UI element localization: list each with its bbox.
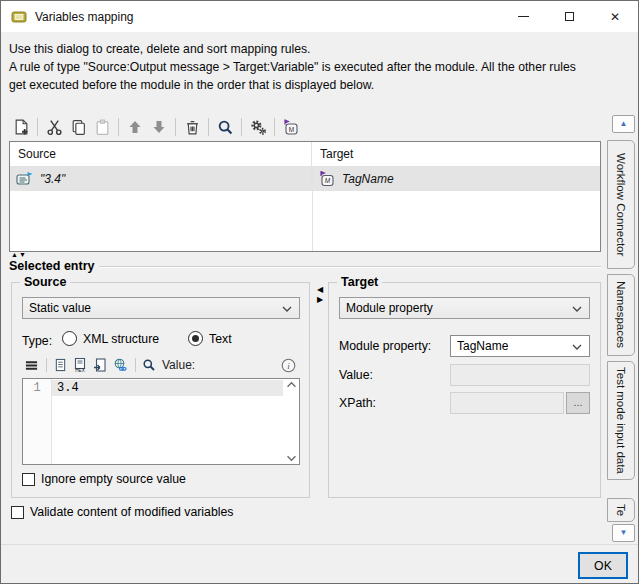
footer-divider: [1, 544, 639, 545]
dialog-description: Use this dialog to create, delete and so…: [1, 32, 638, 113]
splitter-right-icon: ▶: [317, 295, 323, 304]
minimize-button[interactable]: [500, 1, 546, 32]
paste-button[interactable]: [90, 115, 114, 139]
move-up-icon: [127, 119, 143, 135]
maximize-button[interactable]: [546, 1, 592, 32]
editor-scrollbar[interactable]: [283, 379, 299, 464]
editor-line-text: 3.4: [52, 380, 283, 396]
move-down-button[interactable]: [147, 115, 171, 139]
tab-workflow-connector[interactable]: Workflow Connector: [607, 140, 635, 269]
toolbar-separator: [135, 358, 136, 372]
column-header-source[interactable]: Source: [10, 142, 312, 166]
info-button[interactable]: i: [279, 356, 297, 374]
scroll-down-icon[interactable]: [286, 455, 297, 462]
rail-up-icon: ▲: [620, 120, 628, 128]
vertical-splitter[interactable]: ◀▶: [314, 285, 326, 304]
module-mapping-button[interactable]: M: [279, 115, 303, 139]
rail-down-icon: ▼: [620, 529, 628, 537]
type-label: Type:: [22, 334, 52, 348]
search-value-button[interactable]: [140, 356, 158, 374]
module-property-label: Module property:: [339, 339, 431, 353]
description-line-1: Use this dialog to create, delete and so…: [9, 40, 630, 58]
new-rule-icon: [13, 119, 30, 136]
toolbar-separator: [274, 118, 275, 136]
radio-text[interactable]: Text: [188, 331, 232, 346]
splitter-left-icon: ◀: [317, 285, 323, 294]
toolbar-separator: [46, 358, 47, 372]
mapping-rules-table[interactable]: Source Target "3.4" M TagName: [9, 141, 601, 252]
module-property-value: TagName: [457, 339, 508, 353]
radio-xml-icon: [62, 331, 77, 346]
source-group: Source Static value Type: XML structure …: [11, 282, 310, 498]
info-icon: i: [281, 358, 296, 373]
description-line-2: A rule of type "Source:Output message > …: [9, 58, 630, 76]
editor-content[interactable]: 3.4: [52, 379, 283, 464]
selected-entry-heading: Selected entry: [9, 259, 99, 273]
copy-icon: [70, 119, 87, 136]
search-icon: [142, 358, 156, 372]
checkbox-icon: [11, 506, 24, 519]
maximize-icon: [565, 12, 574, 21]
horizontal-splitter[interactable]: ▲▼: [11, 251, 27, 259]
module-letter: M: [289, 125, 294, 132]
table-row[interactable]: "3.4" M TagName: [10, 167, 600, 191]
chevron-down-icon: [572, 344, 582, 350]
copy-button[interactable]: [66, 115, 90, 139]
target-group: Target Module property Module property: …: [328, 282, 601, 498]
text-view-button[interactable]: [51, 356, 69, 374]
menu-button[interactable]: [22, 356, 40, 374]
row-target-cell: M TagName: [312, 167, 600, 191]
module-letter: M: [325, 177, 331, 184]
target-group-label: Target: [337, 275, 382, 289]
tab-test-mode-input-data[interactable]: Test mode input data: [607, 361, 635, 480]
splitter-up-icon: ▲: [11, 251, 19, 258]
radio-xml-structure[interactable]: XML structure: [62, 331, 159, 346]
minimize-icon: [518, 16, 529, 17]
value-editor-toolbar: HEX Value: i: [22, 355, 299, 375]
move-up-button[interactable]: [123, 115, 147, 139]
tab-clipped[interactable]: Te: [607, 498, 635, 522]
tab-namespaces[interactable]: Namespaces: [607, 274, 635, 356]
document-arrow-icon: [93, 358, 107, 372]
delete-button[interactable]: [180, 115, 204, 139]
encoding-button[interactable]: [111, 356, 129, 374]
validate-content-label: Validate content of modified variables: [30, 505, 233, 519]
close-button[interactable]: ✕: [592, 1, 638, 32]
tabs-scroll-up-button[interactable]: ▲: [612, 115, 635, 133]
settings-gears-icon: [250, 119, 267, 136]
hex-view-button[interactable]: HEX: [71, 356, 89, 374]
chevron-down-icon: [572, 306, 582, 312]
cut-button[interactable]: [42, 115, 66, 139]
module-flag-icon: M: [282, 119, 300, 136]
settings-button[interactable]: [246, 115, 270, 139]
globe-link-icon: [113, 358, 127, 372]
delete-icon: [184, 119, 201, 136]
radio-xml-label: XML structure: [83, 332, 159, 346]
tabs-scroll-down-button[interactable]: ▼: [612, 524, 635, 542]
toolbar-separator: [37, 118, 38, 136]
search-button[interactable]: [213, 115, 237, 139]
import-button[interactable]: [91, 356, 109, 374]
row-source-cell: "3.4": [10, 167, 312, 191]
source-kind-dropdown[interactable]: Static value: [22, 297, 300, 319]
document-icon: [54, 358, 67, 372]
source-kind-value: Static value: [29, 301, 91, 315]
toolbar-separator: [118, 118, 119, 136]
ok-button[interactable]: OK: [578, 552, 628, 579]
toolbar-separator: [208, 118, 209, 136]
search-icon: [217, 119, 234, 136]
value-field-label: Value:: [339, 368, 373, 382]
value-editor[interactable]: 1 3.4: [22, 378, 300, 465]
xpath-browse-button[interactable]: ...: [566, 392, 590, 414]
validate-content-checkbox[interactable]: Validate content of modified variables: [11, 505, 233, 519]
ignore-empty-checkbox[interactable]: Ignore empty source value: [22, 472, 186, 486]
target-kind-dropdown[interactable]: Module property: [339, 297, 590, 319]
variables-mapping-dialog: Variables mapping ✕ Use this dialog to c…: [0, 0, 639, 584]
column-header-target[interactable]: Target: [312, 142, 600, 166]
move-down-icon: [151, 119, 167, 135]
module-property-dropdown[interactable]: TagName: [450, 335, 590, 357]
toolbar-separator: [241, 118, 242, 136]
title-bar[interactable]: Variables mapping ✕: [1, 1, 638, 32]
scroll-up-icon[interactable]: [286, 381, 297, 388]
new-rule-button[interactable]: [9, 115, 33, 139]
